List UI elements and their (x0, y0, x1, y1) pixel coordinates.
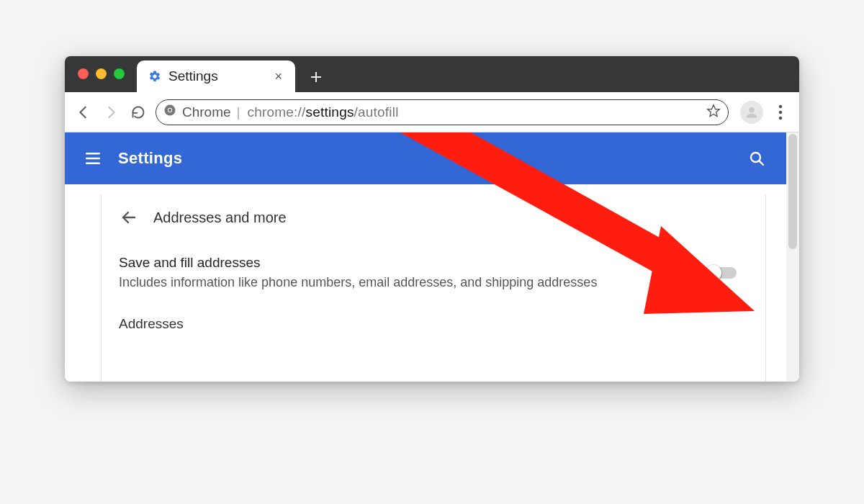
search-button[interactable] (746, 148, 768, 169)
svg-point-7 (779, 116, 783, 120)
scrollbar-thumb[interactable] (788, 134, 797, 249)
toolbar: Chrome | chrome://settings/autofill (65, 92, 799, 132)
new-tab-button[interactable] (305, 66, 327, 88)
chip-separator: | (237, 104, 240, 120)
vertical-scrollbar[interactable] (786, 132, 799, 382)
hamburger-menu-button[interactable] (84, 149, 102, 168)
url-prefix: chrome:// (248, 104, 306, 120)
gear-icon (148, 70, 161, 83)
svg-point-2 (168, 109, 172, 112)
app-bar-title: Settings (118, 149, 730, 168)
overflow-menu-button[interactable] (770, 102, 791, 122)
forward-button[interactable] (101, 102, 121, 122)
section-title: Addresses and more (153, 210, 287, 226)
setting-label: Save and fill addresses (119, 255, 597, 271)
settings-panel: Addresses and more Save and fill address… (101, 194, 766, 382)
svg-line-12 (759, 161, 763, 165)
setting-text: Save and fill addresses Includes informa… (119, 255, 597, 290)
svg-point-6 (779, 110, 783, 114)
security-chip: Chrome | (163, 104, 240, 120)
section-back-button[interactable] (119, 207, 139, 228)
setting-row-save-addresses: Save and fill addresses Includes informa… (119, 255, 739, 290)
viewport: Settings Addresses and more Save and fil… (65, 132, 799, 382)
subsection-title: Addresses (119, 316, 739, 332)
svg-rect-8 (86, 153, 100, 155)
chrome-icon (163, 104, 176, 120)
svg-point-5 (779, 104, 783, 108)
bookmark-star-icon[interactable] (706, 104, 721, 121)
svg-point-4 (749, 107, 755, 112)
address-bar[interactable]: Chrome | chrome://settings/autofill (156, 99, 729, 125)
section-header: Addresses and more (119, 207, 739, 228)
svg-rect-9 (86, 158, 100, 160)
setting-description: Includes information like phone numbers,… (119, 275, 597, 290)
url-path: /autofill (354, 104, 399, 120)
tab-title: Settings (168, 68, 264, 84)
url-text: chrome://settings/autofill (248, 104, 399, 120)
close-tab-button[interactable]: × (271, 68, 285, 86)
profile-button[interactable] (740, 101, 763, 124)
scheme-label: Chrome (182, 104, 231, 120)
maximize-window-button[interactable] (114, 68, 125, 79)
window-controls (78, 68, 125, 79)
minimize-window-button[interactable] (96, 68, 107, 79)
browser-tab[interactable]: Settings × (137, 60, 295, 92)
browser-window: Settings × Chrome | chrome://set (65, 56, 799, 382)
close-window-button[interactable] (78, 68, 89, 79)
app-bar: Settings (65, 132, 786, 184)
back-button[interactable] (73, 102, 94, 122)
reload-button[interactable] (128, 102, 148, 122)
save-addresses-toggle[interactable] (706, 266, 739, 280)
svg-marker-3 (708, 104, 720, 116)
page: Settings Addresses and more Save and fil… (65, 132, 786, 382)
svg-rect-10 (86, 162, 100, 164)
url-host: settings (306, 104, 354, 120)
titlebar: Settings × (65, 56, 799, 92)
toggle-knob (706, 265, 721, 281)
